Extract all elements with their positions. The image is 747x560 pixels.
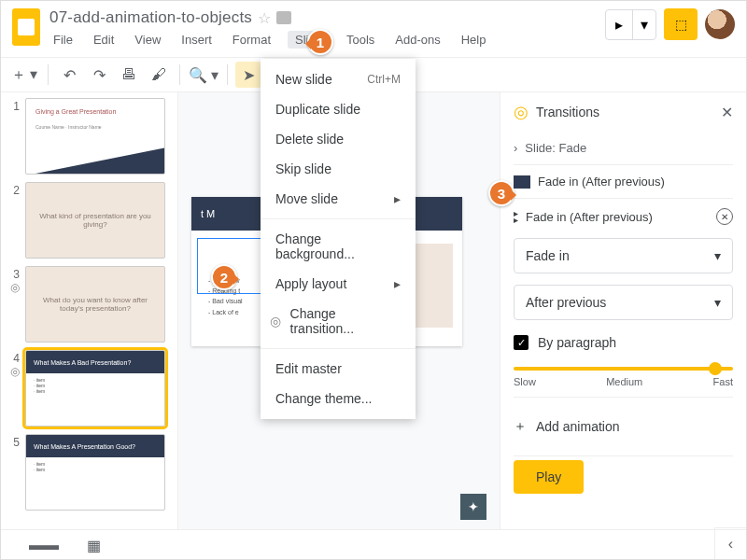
explore-button[interactable]: ✦ (460, 494, 486, 520)
anim-object-icon: ▸▸ (514, 210, 518, 223)
animation-row-2[interactable]: ▸▸ Fade in (After previous) ✕ (514, 203, 733, 231)
thumb-num-3: 3 (7, 268, 20, 281)
animation-row-1[interactable]: Fade in (After previous) (514, 169, 733, 194)
menu-addons[interactable]: Add-ons (391, 31, 444, 49)
thumb-num-1: 1 (7, 98, 25, 113)
dropdown-skip[interactable]: Skip slide (261, 154, 416, 184)
panel-title: Transitions (536, 105, 713, 119)
present-play-icon[interactable]: ▸ (606, 10, 633, 39)
dropdown-new-slide[interactable]: New slideCtrl+M (261, 64, 416, 94)
thumbnail-4[interactable]: What Makes A Bad Presentation? · item· i… (25, 350, 165, 427)
thumbnail-panel: 1 Giving a Great Presentation Course Nam… (1, 92, 178, 529)
thumb-num-5: 5 (7, 434, 25, 449)
dropdown-delete[interactable]: Delete slide (261, 124, 416, 154)
by-paragraph-row[interactable]: ✓ By paragraph (514, 335, 733, 350)
thumbnail-1[interactable]: Giving a Great Presentation Course Name … (25, 98, 165, 175)
menu-view[interactable]: View (131, 31, 164, 49)
dropdown-change-theme[interactable]: Change theme... (261, 384, 416, 413)
dropdown-change-transition[interactable]: ◎Change transition... (261, 299, 416, 343)
star-icon[interactable]: ☆ (258, 9, 271, 27)
add-animation-button[interactable]: ＋ Add animation (514, 418, 733, 435)
play-button[interactable]: Play (514, 460, 584, 494)
bottom-bar: ▬▬ ▦ (1, 529, 746, 560)
dropdown-move[interactable]: Move slide▸ (261, 184, 416, 214)
chevron-down-icon: ▾ (714, 295, 721, 310)
menu-tools[interactable]: Tools (343, 31, 378, 49)
menu-help[interactable]: Help (458, 31, 490, 49)
transitions-panel: ◎ Transitions ✕ › Slide: Fade Fade in (A… (500, 92, 746, 529)
transitions-icon: ◎ (514, 102, 529, 122)
transition-icon: ◎ (7, 365, 20, 378)
transition-icon: ◎ (270, 314, 287, 329)
corner-chevron-icon[interactable]: ‹ (714, 527, 746, 559)
dropdown-change-bg[interactable]: Change background... (261, 224, 416, 269)
transition-icon: ◎ (7, 281, 20, 294)
dropdown-edit-master[interactable]: Edit master (261, 354, 416, 384)
paint-format-button[interactable]: 🖌 (146, 62, 172, 88)
new-slide-button[interactable]: ＋ ▾ (8, 62, 40, 88)
redo-button[interactable]: ↷ (86, 62, 112, 88)
tutorial-marker-2: 2 (211, 264, 237, 290)
chevron-right-icon: ▸ (394, 191, 401, 206)
slide-transition-row[interactable]: › Slide: Fade (514, 135, 733, 161)
menu-edit[interactable]: Edit (90, 31, 118, 49)
print-button[interactable]: 🖶 (116, 62, 142, 88)
speed-slider[interactable] (514, 367, 733, 371)
folder-icon[interactable] (276, 11, 291, 24)
checkbox-icon[interactable]: ✓ (514, 335, 529, 350)
delete-animation-icon[interactable]: ✕ (716, 208, 733, 225)
chevron-right-icon: › (514, 141, 517, 155)
chevron-right-icon: ▸ (394, 276, 401, 291)
doc-title[interactable]: 07-add-animation-to-objects (49, 8, 252, 27)
thumbnail-5[interactable]: What Makes A Presentation Good? · item· … (25, 434, 165, 511)
present-button[interactable]: ▸ ▾ (605, 9, 656, 40)
tutorial-marker-3: 3 (488, 180, 514, 206)
anim-thumb-icon (514, 175, 530, 189)
grid-view-icon[interactable]: ▦ (87, 537, 101, 554)
filmstrip-view-icon[interactable]: ▬▬ (29, 537, 59, 554)
slide-dropdown: New slideCtrl+M Duplicate slide Delete s… (261, 59, 416, 419)
slides-logo[interactable] (12, 8, 40, 46)
chevron-down-icon: ▾ (714, 248, 721, 263)
share-button[interactable]: ⬚ (664, 8, 698, 40)
thumbnail-2[interactable]: What kind of presentation are you giving… (25, 182, 165, 259)
present-dropdown-icon[interactable]: ▾ (633, 10, 655, 39)
thumbnail-3[interactable]: What do you want to know after today's p… (25, 266, 165, 343)
close-icon[interactable]: ✕ (721, 104, 733, 121)
zoom-button[interactable]: 🔍 ▾ (188, 62, 219, 88)
menu-file[interactable]: File (49, 31, 77, 49)
thumb-num-2: 2 (7, 182, 25, 197)
title-bar: 07-add-animation-to-objects ☆ File Edit … (1, 1, 746, 57)
animation-trigger-select[interactable]: After previous ▾ (514, 285, 733, 320)
plus-icon: ＋ (514, 418, 527, 435)
dropdown-apply-layout[interactable]: Apply layout▸ (261, 269, 416, 299)
tutorial-marker-1: 1 (307, 29, 333, 55)
share-icon: ⬚ (675, 17, 687, 32)
undo-button[interactable]: ↶ (56, 62, 82, 88)
animation-type-select[interactable]: Fade in ▾ (514, 238, 733, 273)
slider-knob[interactable] (709, 362, 722, 375)
thumb-num-4: 4 (7, 352, 20, 365)
menu-insert[interactable]: Insert (177, 31, 216, 49)
menu-format[interactable]: Format (229, 31, 275, 49)
avatar[interactable] (705, 9, 735, 39)
dropdown-duplicate[interactable]: Duplicate slide (261, 94, 416, 124)
select-tool[interactable]: ➤ (235, 62, 261, 88)
